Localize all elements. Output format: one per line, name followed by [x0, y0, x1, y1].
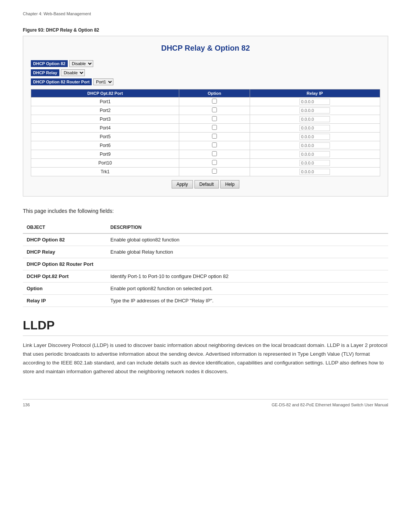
relay-ip-input[interactable]: [299, 125, 330, 131]
figure-container: DHCP Relay & Option 82 DHCP Option 82 Di…: [23, 36, 388, 197]
relay-ip-input[interactable]: [299, 160, 330, 166]
chapter-header: Chapter 4: Web-Based Management: [23, 11, 388, 16]
relay-ip-input[interactable]: [299, 107, 330, 113]
port-option-cell: [179, 115, 250, 124]
dhcp-option82-row: DHCP Option 82 Disable Enable: [31, 60, 380, 67]
port-option-cell: [179, 159, 250, 168]
port-option-cell: [179, 97, 250, 106]
desc-object: DHCP Option 82 Router Port: [23, 258, 107, 270]
desc-description: Identify Port-1 to Port-10 to configure …: [107, 270, 388, 283]
manual-title: GE-DS-82 and 82-PoE Ethernet Managed Swi…: [272, 403, 388, 407]
relay-ip-input[interactable]: [299, 134, 330, 140]
table-row: Port9: [31, 150, 380, 159]
table-row: Port1: [31, 97, 380, 106]
desc-description: Type the IP addresses of the DHCP "Relay…: [107, 295, 388, 307]
table-row: Port5: [31, 133, 380, 141]
port-option-cell: [179, 150, 250, 159]
relay-ip-input[interactable]: [299, 99, 330, 105]
help-button[interactable]: Help: [220, 180, 240, 189]
port-relay-ip-cell: [250, 106, 380, 115]
port-relay-ip-cell: [250, 168, 380, 176]
port-table: DHCP Opt.82 Port Option Relay IP Port1Po…: [31, 89, 380, 176]
port-name: Port5: [31, 133, 179, 141]
dhcp-relay-label: DHCP Relay: [31, 69, 59, 76]
dhcp-relay-select[interactable]: Disable Enable: [61, 69, 85, 76]
button-row: Apply Default Help: [31, 180, 380, 189]
port-option-cell: [179, 124, 250, 133]
port-option-cell: [179, 141, 250, 150]
desc-description: [107, 258, 388, 270]
port-option-checkbox[interactable]: [212, 169, 217, 174]
port-name: Trk1: [31, 168, 179, 176]
dhcp-router-port-select[interactable]: Port1 Port2: [93, 78, 113, 85]
port-relay-ip-cell: [250, 133, 380, 141]
table-row: Port10: [31, 159, 380, 168]
col-header-relayip: Relay IP: [250, 89, 380, 97]
dhcp-router-port-row: DHCP Option 82 Router Port Port1 Port2: [31, 78, 380, 85]
port-option-cell: [179, 168, 250, 176]
page-number: 136: [23, 403, 30, 407]
port-option-checkbox[interactable]: [212, 107, 217, 112]
port-relay-ip-cell: [250, 141, 380, 150]
desc-object: Relay IP: [23, 295, 107, 307]
desc-description: Enable global option82 function: [107, 233, 388, 246]
relay-ip-input[interactable]: [299, 142, 330, 149]
dhcp-option82-select[interactable]: Disable Enable: [69, 60, 93, 67]
port-name: Port2: [31, 106, 179, 115]
table-row: Port3: [31, 115, 380, 124]
table-row: Port6: [31, 141, 380, 150]
table-row: Port4: [31, 124, 380, 133]
intro-text: This page includes the following fields:: [23, 208, 388, 214]
col-header-port: DHCP Opt.82 Port: [31, 89, 179, 97]
port-option-checkbox[interactable]: [212, 151, 217, 156]
port-relay-ip-cell: [250, 124, 380, 133]
table-row: Port2: [31, 106, 380, 115]
port-name: Port1: [31, 97, 179, 106]
relay-ip-input[interactable]: [299, 169, 330, 175]
figure-label: Figure 93: DHCP Relay & Option 82: [23, 27, 388, 33]
desc-object: DCHP Opt.82 Port: [23, 270, 107, 283]
relay-ip-input[interactable]: [299, 151, 330, 157]
port-relay-ip-cell: [250, 159, 380, 168]
port-relay-ip-cell: [250, 150, 380, 159]
port-relay-ip-cell: [250, 115, 380, 124]
col-header-option: Option: [179, 89, 250, 97]
relay-ip-input[interactable]: [299, 116, 330, 122]
desc-table-row: Relay IPType the IP addresses of the DHC…: [23, 295, 388, 307]
port-option-checkbox[interactable]: [212, 134, 217, 139]
dhcp-relay-row: DHCP Relay Disable Enable: [31, 69, 380, 76]
port-option-cell: [179, 106, 250, 115]
port-name: Port3: [31, 115, 179, 124]
desc-col2-header: DESCRIPTION: [107, 222, 388, 233]
port-name: Port9: [31, 150, 179, 159]
port-option-checkbox[interactable]: [212, 160, 217, 165]
port-option-cell: [179, 133, 250, 141]
desc-object: Option: [23, 283, 107, 295]
lldp-body-text: Link Layer Discovery Protocol (LLDP) is …: [23, 341, 388, 376]
apply-button[interactable]: Apply: [172, 180, 193, 189]
page-footer: 136 GE-DS-82 and 82-PoE Ethernet Managed…: [23, 399, 388, 407]
desc-table-row: DCHP Opt.82 PortIdentify Port-1 to Port-…: [23, 270, 388, 283]
panel-title: DHCP Relay & Option 82: [31, 44, 380, 53]
desc-col1-header: OBJECT: [23, 222, 107, 233]
port-option-checkbox[interactable]: [212, 142, 217, 147]
description-table: OBJECT DESCRIPTION DHCP Option 82Enable …: [23, 222, 388, 307]
table-row: Trk1: [31, 168, 380, 176]
dhcp-option82-label: DHCP Option 82: [31, 60, 68, 67]
desc-table-row: DHCP Option 82 Router Port: [23, 258, 388, 270]
desc-object: DHCP Option 82: [23, 233, 107, 246]
default-button[interactable]: Default: [194, 180, 219, 189]
port-option-checkbox[interactable]: [212, 116, 217, 121]
port-option-checkbox[interactable]: [212, 99, 217, 104]
port-name: Port4: [31, 124, 179, 133]
port-option-checkbox[interactable]: [212, 125, 217, 130]
port-relay-ip-cell: [250, 97, 380, 106]
lldp-section-title: LLDP: [23, 318, 388, 336]
desc-description: Enable port option82 function on selecte…: [107, 283, 388, 295]
desc-table-row: DHCP Option 82Enable global option82 fun…: [23, 233, 388, 246]
desc-object: DHCP Relay: [23, 246, 107, 258]
desc-table-row: DHCP RelayEnable global Relay function: [23, 246, 388, 258]
desc-description: Enable global Relay function: [107, 246, 388, 258]
port-name: Port6: [31, 141, 179, 150]
desc-table-row: OptionEnable port option82 function on s…: [23, 283, 388, 295]
